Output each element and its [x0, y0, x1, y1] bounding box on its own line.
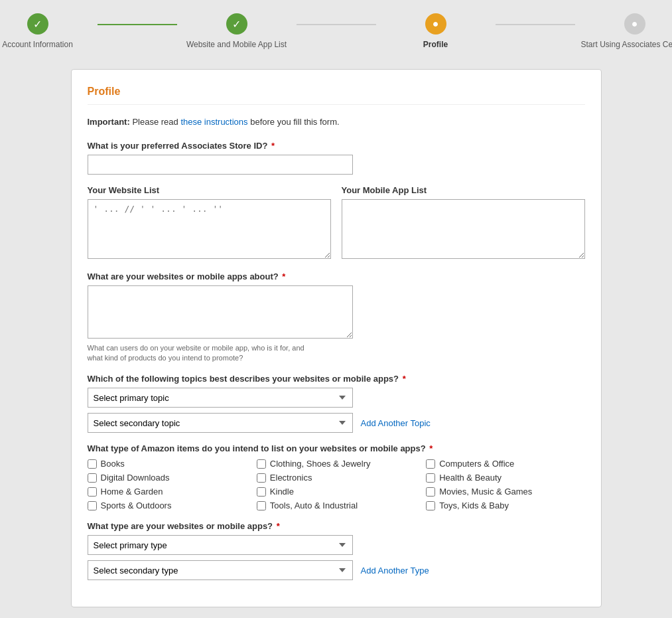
checkbox-clothing[interactable]: Clothing, Shoes & Jewelry [257, 459, 415, 469]
checkbox-tools-input[interactable] [257, 501, 266, 510]
profile-title: Profile [88, 86, 585, 105]
step-label-start-using: Start Using Associates Central [580, 40, 672, 49]
stepper-wrapper: ✓ Account Information ✓ Website and Mobi… [0, 0, 672, 69]
checkbox-electronics[interactable]: Electronics [257, 473, 415, 483]
step-start-using: ● Start Using Associates Central [575, 13, 673, 49]
primary-type-row: Select primary type [88, 535, 585, 555]
checkbox-toys-input[interactable] [426, 501, 435, 510]
mobile-app-list-group: Your Mobile App List [342, 185, 585, 261]
checkbox-computers-input[interactable] [426, 459, 435, 469]
checkbox-books[interactable]: Books [88, 459, 246, 469]
mobile-app-textarea[interactable] [342, 199, 585, 259]
website-list-textarea[interactable] [88, 199, 331, 259]
checkbox-sports-input[interactable] [88, 501, 97, 510]
primary-topic-select[interactable]: Select primary topic [88, 388, 353, 408]
store-id-group: What is your preferred Associates Store … [88, 141, 585, 175]
topics-required: * [403, 374, 406, 384]
step-circle-start-using: ● [624, 13, 645, 35]
primary-type-select[interactable]: Select primary type [88, 535, 353, 555]
connector-3 [496, 24, 575, 25]
app-type-group: What type are your websites or mobile ap… [88, 521, 585, 580]
secondary-topic-row: Select secondary topic Add Another Topic [88, 413, 585, 433]
checkbox-movies-input[interactable] [426, 487, 435, 497]
connector-2 [297, 24, 376, 25]
step-label-profile: Profile [423, 40, 448, 49]
step-label-website-app: Website and Mobile App List [186, 40, 287, 49]
add-another-topic-link[interactable]: Add Another Topic [361, 418, 431, 428]
step-circle-account-info: ✓ [27, 13, 48, 35]
type-required: * [277, 521, 280, 531]
secondary-topic-select[interactable]: Select secondary topic [88, 413, 353, 433]
about-hint: What can users do on your website or mob… [88, 343, 585, 364]
about-label: What are your websites or mobile apps ab… [88, 271, 585, 281]
website-list-group: Your Website List [88, 185, 331, 261]
website-list-label: Your Website List [88, 185, 331, 195]
checkbox-movies[interactable]: Movies, Music & Games [426, 487, 584, 497]
step-website-app: ✓ Website and Mobile App List [177, 13, 297, 49]
checkbox-grid: Books Clothing, Shoes & Jewelry Computer… [88, 459, 585, 510]
store-id-input[interactable] [88, 155, 353, 175]
these-instructions-link[interactable]: these instructions [180, 117, 247, 127]
checkbox-sports[interactable]: Sports & Outdoors [88, 501, 246, 510]
checkbox-toys[interactable]: Toys, Kids & Baby [426, 501, 584, 510]
store-id-required: * [271, 141, 275, 151]
checkbox-kindle-input[interactable] [257, 487, 266, 497]
lists-group: Your Website List Your Mobile App List [88, 185, 585, 261]
checkbox-health-input[interactable] [426, 473, 435, 483]
items-type-label: What type of Amazon items do you intend … [88, 443, 585, 453]
important-suffix: before you fill this form. [250, 117, 339, 127]
add-another-type-link[interactable]: Add Another Type [361, 566, 429, 576]
checkbox-kindle[interactable]: Kindle [257, 487, 415, 497]
step-label-account-info: Account Information [2, 40, 73, 49]
step-profile: ● Profile [376, 13, 496, 49]
checkbox-home-garden[interactable]: Home & Garden [88, 487, 246, 497]
checkbox-digital[interactable]: Digital Downloads [88, 473, 246, 483]
connector-1 [98, 24, 177, 25]
checkbox-computers[interactable]: Computers & Office [426, 459, 584, 469]
important-text-span: Please read [132, 117, 180, 127]
step-circle-website-app: ✓ [226, 13, 247, 35]
stepper: ✓ Account Information ✓ Website and Mobi… [0, 13, 672, 49]
step-account-info: ✓ Account Information [0, 13, 98, 49]
checkbox-digital-input[interactable] [88, 473, 97, 483]
important-notice: Important: Please read these instruction… [88, 116, 585, 129]
secondary-type-row: Select secondary type Add Another Type [88, 560, 585, 580]
topics-label: Which of the following topics best descr… [88, 374, 585, 384]
important-prefix: Important: [88, 117, 130, 127]
checkbox-clothing-input[interactable] [257, 459, 266, 469]
step-circle-profile: ● [425, 13, 446, 35]
mobile-app-label: Your Mobile App List [342, 185, 585, 195]
about-group: What are your websites or mobile apps ab… [88, 271, 585, 364]
app-type-label: What type are your websites or mobile ap… [88, 521, 585, 531]
checkbox-home-garden-input[interactable] [88, 487, 97, 497]
topics-group: Which of the following topics best descr… [88, 374, 585, 433]
items-type-group: What type of Amazon items do you intend … [88, 443, 585, 510]
checkbox-health[interactable]: Health & Beauty [426, 473, 584, 483]
checkbox-tools[interactable]: Tools, Auto & Industrial [257, 501, 415, 510]
secondary-type-select[interactable]: Select secondary type [88, 560, 353, 580]
store-id-label: What is your preferred Associates Store … [88, 141, 585, 151]
profile-card: Profile Important: Please read these ins… [71, 69, 602, 607]
primary-topic-row: Select primary topic [88, 388, 585, 408]
checkbox-books-input[interactable] [88, 459, 97, 469]
checkbox-electronics-input[interactable] [257, 473, 266, 483]
about-textarea[interactable] [88, 285, 353, 339]
items-required: * [429, 443, 433, 453]
about-required: * [282, 271, 285, 281]
